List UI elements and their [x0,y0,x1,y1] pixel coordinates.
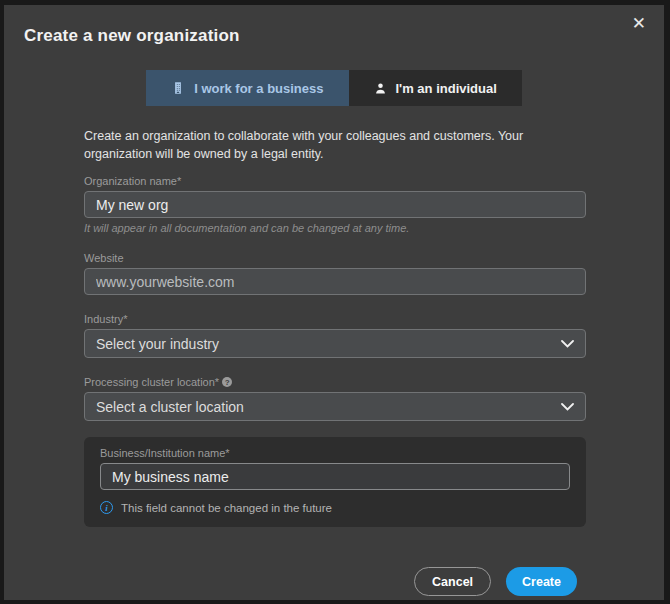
help-icon[interactable]: ? [222,377,232,387]
tab-business-label: I work for a business [194,81,323,96]
website-input[interactable] [84,268,586,295]
organization-name-label: Organization name* [84,175,586,187]
create-button[interactable]: Create [506,567,577,596]
website-field-group: Website [84,252,586,295]
chevron-down-icon [561,340,574,348]
building-icon [171,81,185,95]
business-name-label: Business/Institution name* [100,447,570,459]
chevron-down-icon [561,403,574,411]
business-name-input[interactable] [100,463,570,490]
account-type-tabs: I work for a business I'm an individual [4,70,664,106]
website-label: Website [84,252,586,264]
info-icon: i [100,501,113,514]
industry-field-group: Industry* Select your industry [84,313,586,358]
organization-name-helper: It will appear in all documentation and … [84,222,586,234]
organization-name-field-group: Organization name* It will appear in all… [84,175,586,234]
dialog-title: Create a new organization [4,5,664,46]
tab-individual[interactable]: I'm an individual [349,70,522,106]
business-name-note-text: This field cannot be changed in the futu… [121,502,332,514]
industry-label: Industry* [84,313,586,325]
cluster-location-select[interactable]: Select a cluster location [84,392,586,421]
cluster-location-label: Processing cluster location* ? [84,376,586,388]
cluster-location-selected-value: Select a cluster location [96,399,244,415]
business-name-note: i This field cannot be changed in the fu… [100,501,570,514]
business-name-panel: Business/Institution name* i This field … [84,437,586,527]
dialog-description: Create an organization to collaborate wi… [84,127,586,163]
industry-select[interactable]: Select your industry [84,329,586,358]
dialog-footer: Cancel Create [84,567,586,596]
tab-individual-label: I'm an individual [396,81,497,96]
tab-business[interactable]: I work for a business [146,70,348,106]
industry-selected-value: Select your industry [96,336,219,352]
cluster-location-field-group: Processing cluster location* ? Select a … [84,376,586,421]
create-organization-dialog: Create a new organization ✕ I work for a… [4,5,664,600]
cancel-button[interactable]: Cancel [414,567,491,596]
person-icon [374,82,387,95]
cluster-location-label-text: Processing cluster location* [84,376,219,388]
organization-name-input[interactable] [84,191,586,218]
dialog-body: Create an organization to collaborate wi… [4,127,664,596]
close-icon[interactable]: ✕ [626,11,652,36]
